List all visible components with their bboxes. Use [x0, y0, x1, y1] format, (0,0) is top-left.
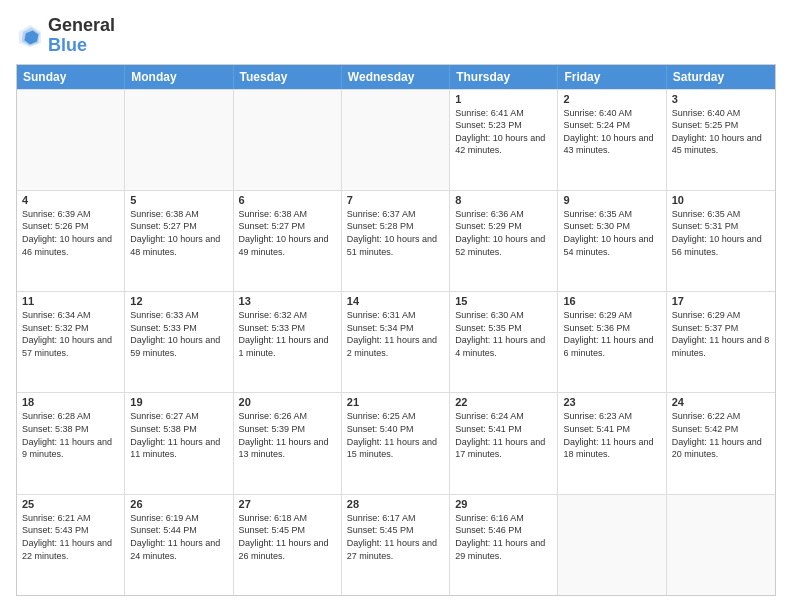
day-number: 15: [455, 295, 552, 307]
calendar-cell: [125, 90, 233, 190]
calendar-cell: 26Sunrise: 6:19 AM Sunset: 5:44 PM Dayli…: [125, 495, 233, 595]
day-number: 11: [22, 295, 119, 307]
day-number: 3: [672, 93, 770, 105]
sun-info: Sunrise: 6:30 AM Sunset: 5:35 PM Dayligh…: [455, 309, 552, 359]
day-number: 26: [130, 498, 227, 510]
calendar-cell: 20Sunrise: 6:26 AM Sunset: 5:39 PM Dayli…: [234, 393, 342, 493]
day-number: 4: [22, 194, 119, 206]
sun-info: Sunrise: 6:32 AM Sunset: 5:33 PM Dayligh…: [239, 309, 336, 359]
calendar-header-cell: Friday: [558, 65, 666, 89]
calendar-body: 1Sunrise: 6:41 AM Sunset: 5:23 PM Daylig…: [17, 89, 775, 595]
sun-info: Sunrise: 6:31 AM Sunset: 5:34 PM Dayligh…: [347, 309, 444, 359]
calendar-week-row: 11Sunrise: 6:34 AM Sunset: 5:32 PM Dayli…: [17, 291, 775, 392]
sun-info: Sunrise: 6:33 AM Sunset: 5:33 PM Dayligh…: [130, 309, 227, 359]
calendar-cell: 8Sunrise: 6:36 AM Sunset: 5:29 PM Daylig…: [450, 191, 558, 291]
calendar-cell: 23Sunrise: 6:23 AM Sunset: 5:41 PM Dayli…: [558, 393, 666, 493]
calendar-header-cell: Saturday: [667, 65, 775, 89]
calendar-cell: 24Sunrise: 6:22 AM Sunset: 5:42 PM Dayli…: [667, 393, 775, 493]
calendar-week-row: 1Sunrise: 6:41 AM Sunset: 5:23 PM Daylig…: [17, 89, 775, 190]
day-number: 19: [130, 396, 227, 408]
calendar-week-row: 4Sunrise: 6:39 AM Sunset: 5:26 PM Daylig…: [17, 190, 775, 291]
calendar-cell: 10Sunrise: 6:35 AM Sunset: 5:31 PM Dayli…: [667, 191, 775, 291]
calendar-cell: [342, 90, 450, 190]
day-number: 21: [347, 396, 444, 408]
day-number: 20: [239, 396, 336, 408]
calendar-cell: 12Sunrise: 6:33 AM Sunset: 5:33 PM Dayli…: [125, 292, 233, 392]
calendar-cell: 5Sunrise: 6:38 AM Sunset: 5:27 PM Daylig…: [125, 191, 233, 291]
sun-info: Sunrise: 6:28 AM Sunset: 5:38 PM Dayligh…: [22, 410, 119, 460]
day-number: 14: [347, 295, 444, 307]
sun-info: Sunrise: 6:38 AM Sunset: 5:27 PM Dayligh…: [130, 208, 227, 258]
calendar-cell: 4Sunrise: 6:39 AM Sunset: 5:26 PM Daylig…: [17, 191, 125, 291]
header: GeneralBlue: [16, 16, 776, 56]
sun-info: Sunrise: 6:27 AM Sunset: 5:38 PM Dayligh…: [130, 410, 227, 460]
calendar-header-cell: Wednesday: [342, 65, 450, 89]
calendar-cell: [667, 495, 775, 595]
day-number: 10: [672, 194, 770, 206]
day-number: 25: [22, 498, 119, 510]
sun-info: Sunrise: 6:35 AM Sunset: 5:30 PM Dayligh…: [563, 208, 660, 258]
calendar-header-row: SundayMondayTuesdayWednesdayThursdayFrid…: [17, 65, 775, 89]
calendar-cell: [17, 90, 125, 190]
calendar-cell: 13Sunrise: 6:32 AM Sunset: 5:33 PM Dayli…: [234, 292, 342, 392]
sun-info: Sunrise: 6:29 AM Sunset: 5:37 PM Dayligh…: [672, 309, 770, 359]
calendar-cell: 22Sunrise: 6:24 AM Sunset: 5:41 PM Dayli…: [450, 393, 558, 493]
day-number: 6: [239, 194, 336, 206]
calendar-cell: 2Sunrise: 6:40 AM Sunset: 5:24 PM Daylig…: [558, 90, 666, 190]
logo: GeneralBlue: [16, 16, 115, 56]
calendar-cell: [234, 90, 342, 190]
logo-icon: [16, 22, 44, 50]
sun-info: Sunrise: 6:25 AM Sunset: 5:40 PM Dayligh…: [347, 410, 444, 460]
day-number: 24: [672, 396, 770, 408]
sun-info: Sunrise: 6:22 AM Sunset: 5:42 PM Dayligh…: [672, 410, 770, 460]
day-number: 23: [563, 396, 660, 408]
sun-info: Sunrise: 6:16 AM Sunset: 5:46 PM Dayligh…: [455, 512, 552, 562]
sun-info: Sunrise: 6:23 AM Sunset: 5:41 PM Dayligh…: [563, 410, 660, 460]
day-number: 9: [563, 194, 660, 206]
calendar-header-cell: Thursday: [450, 65, 558, 89]
sun-info: Sunrise: 6:24 AM Sunset: 5:41 PM Dayligh…: [455, 410, 552, 460]
calendar-cell: 16Sunrise: 6:29 AM Sunset: 5:36 PM Dayli…: [558, 292, 666, 392]
day-number: 2: [563, 93, 660, 105]
calendar-cell: [558, 495, 666, 595]
calendar-cell: 27Sunrise: 6:18 AM Sunset: 5:45 PM Dayli…: [234, 495, 342, 595]
calendar-cell: 14Sunrise: 6:31 AM Sunset: 5:34 PM Dayli…: [342, 292, 450, 392]
calendar-cell: 1Sunrise: 6:41 AM Sunset: 5:23 PM Daylig…: [450, 90, 558, 190]
day-number: 18: [22, 396, 119, 408]
sun-info: Sunrise: 6:38 AM Sunset: 5:27 PM Dayligh…: [239, 208, 336, 258]
day-number: 27: [239, 498, 336, 510]
calendar-cell: 6Sunrise: 6:38 AM Sunset: 5:27 PM Daylig…: [234, 191, 342, 291]
calendar-cell: 25Sunrise: 6:21 AM Sunset: 5:43 PM Dayli…: [17, 495, 125, 595]
sun-info: Sunrise: 6:19 AM Sunset: 5:44 PM Dayligh…: [130, 512, 227, 562]
sun-info: Sunrise: 6:21 AM Sunset: 5:43 PM Dayligh…: [22, 512, 119, 562]
day-number: 13: [239, 295, 336, 307]
day-number: 1: [455, 93, 552, 105]
sun-info: Sunrise: 6:36 AM Sunset: 5:29 PM Dayligh…: [455, 208, 552, 258]
calendar-cell: 7Sunrise: 6:37 AM Sunset: 5:28 PM Daylig…: [342, 191, 450, 291]
calendar-cell: 15Sunrise: 6:30 AM Sunset: 5:35 PM Dayli…: [450, 292, 558, 392]
calendar-header-cell: Sunday: [17, 65, 125, 89]
page: GeneralBlue SundayMondayTuesdayWednesday…: [0, 0, 792, 612]
sun-info: Sunrise: 6:40 AM Sunset: 5:24 PM Dayligh…: [563, 107, 660, 157]
sun-info: Sunrise: 6:40 AM Sunset: 5:25 PM Dayligh…: [672, 107, 770, 157]
calendar-header-cell: Tuesday: [234, 65, 342, 89]
calendar: SundayMondayTuesdayWednesdayThursdayFrid…: [16, 64, 776, 596]
logo-text: GeneralBlue: [48, 16, 115, 56]
sun-info: Sunrise: 6:17 AM Sunset: 5:45 PM Dayligh…: [347, 512, 444, 562]
sun-info: Sunrise: 6:18 AM Sunset: 5:45 PM Dayligh…: [239, 512, 336, 562]
day-number: 7: [347, 194, 444, 206]
calendar-cell: 19Sunrise: 6:27 AM Sunset: 5:38 PM Dayli…: [125, 393, 233, 493]
calendar-cell: 11Sunrise: 6:34 AM Sunset: 5:32 PM Dayli…: [17, 292, 125, 392]
calendar-cell: 21Sunrise: 6:25 AM Sunset: 5:40 PM Dayli…: [342, 393, 450, 493]
sun-info: Sunrise: 6:35 AM Sunset: 5:31 PM Dayligh…: [672, 208, 770, 258]
calendar-cell: 28Sunrise: 6:17 AM Sunset: 5:45 PM Dayli…: [342, 495, 450, 595]
day-number: 17: [672, 295, 770, 307]
calendar-cell: 17Sunrise: 6:29 AM Sunset: 5:37 PM Dayli…: [667, 292, 775, 392]
calendar-week-row: 18Sunrise: 6:28 AM Sunset: 5:38 PM Dayli…: [17, 392, 775, 493]
day-number: 5: [130, 194, 227, 206]
calendar-cell: 29Sunrise: 6:16 AM Sunset: 5:46 PM Dayli…: [450, 495, 558, 595]
day-number: 29: [455, 498, 552, 510]
sun-info: Sunrise: 6:41 AM Sunset: 5:23 PM Dayligh…: [455, 107, 552, 157]
calendar-cell: 9Sunrise: 6:35 AM Sunset: 5:30 PM Daylig…: [558, 191, 666, 291]
day-number: 22: [455, 396, 552, 408]
